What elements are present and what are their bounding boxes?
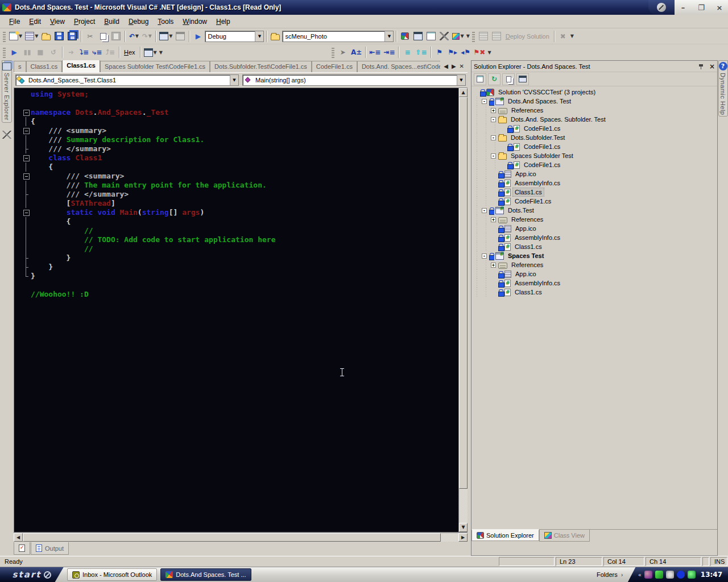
vertical-scroll-thumb[interactable] [459,97,468,489]
folders-toolbar[interactable]: Folders › [592,571,628,578]
find-combo[interactable]: scMenu_Photo ▼ [282,31,394,42]
vertical-scrollbar[interactable]: ▲ ▼ [458,88,468,532]
scroll-down-icon[interactable]: ▼ [459,523,468,532]
tree-item[interactable]: Class1.cs [473,288,717,297]
tree-item[interactable]: App.ico [473,169,717,178]
antivirus-tray-icon[interactable] [688,571,696,579]
outline-margin[interactable] [22,172,31,181]
restore-button[interactable]: ❐ [696,3,706,12]
media-tray-icon[interactable] [644,571,652,579]
solution-explorer-button[interactable] [399,30,411,43]
step-into-button[interactable]: ⤵≡ [78,46,90,59]
tree-item[interactable]: -Dots.And Spaces. Test [473,97,717,106]
tree-expander-icon[interactable]: + [491,217,496,222]
undo-button[interactable]: ↶▼ [127,30,140,43]
prev-bookmark-button[interactable]: ◂⚑ [460,46,472,59]
toolbar-grip[interactable] [472,31,475,42]
restart-button[interactable]: ↺ [47,46,60,59]
toolbar-overflow-icon[interactable]: ▼ [466,34,470,39]
properties-window-button[interactable] [412,30,424,43]
toggle-bookmark-button[interactable]: ⚑ [433,46,446,59]
notes-tray-icon[interactable] [655,571,663,579]
redo-button[interactable]: ↷▼ [140,30,153,43]
menu-project[interactable]: Project [69,16,100,27]
tree-item[interactable]: App.ico [473,224,717,233]
server-explorer-tab[interactable]: Server Explorer [2,60,12,123]
tree-item[interactable]: AssemblyInfo.cs [473,278,717,288]
bluetooth-tray-icon[interactable] [677,571,685,579]
tree-item[interactable]: +References [473,106,717,115]
class-view-button[interactable]: ▼ [451,30,465,43]
taskbar-task[interactable]: Dots.And Spaces. Test ... [160,568,251,581]
combo-dropdown-icon[interactable]: ▼ [230,75,238,85]
solution-config-combo[interactable]: Debug ▼ [205,31,264,42]
outline-margin[interactable] [22,126,31,135]
toolbox-button[interactable] [438,30,450,43]
open-file-button[interactable] [40,30,52,43]
horizontal-scroll-thumb[interactable] [23,533,441,542]
tree-item[interactable]: +References [473,260,717,269]
tree-item[interactable]: CodeFile1.cs [473,197,717,206]
navigate-forward-button[interactable] [174,30,187,43]
close-panel-icon[interactable]: × [709,63,715,70]
doc-tab[interactable]: CodeFile1.cs [312,61,357,72]
close-document-icon[interactable]: ✕ [460,63,464,69]
deploy-solution-button[interactable]: Deploy Solution [503,33,552,40]
tree-item[interactable]: -Spaces Subfolder Test [473,151,717,160]
increase-indent-button[interactable]: ⇥≡ [382,46,396,59]
scroll-right-icon[interactable]: ▶ [458,533,468,542]
scroll-up-icon[interactable]: ▲ [459,88,468,97]
menu-window[interactable]: Window [178,16,212,27]
tree-expander-icon[interactable]: + [491,263,496,268]
save-all-button[interactable] [66,30,78,43]
tree-item[interactable]: AssemblyInfo.cs [473,233,717,242]
hex-button[interactable]: Hex [122,49,138,56]
menu-help[interactable]: Help [212,16,235,27]
uncomment-button[interactable]: ⇧≡ [414,46,428,59]
tree-item[interactable]: CodeFile1.cs [473,124,717,133]
scroll-tabs-right-icon[interactable]: ▶ [452,63,456,69]
combo-dropdown-icon[interactable]: ▼ [384,31,393,41]
refresh-button[interactable]: ↻ [488,73,500,85]
outline-margin[interactable] [22,153,31,163]
decrease-indent-button[interactable]: ⇤≡ [368,46,382,59]
show-next-statement-button[interactable]: ➜ [65,46,77,59]
step-out-button[interactable]: ⤴≡ [104,46,117,59]
clear-bookmarks-button[interactable]: ⚑✖ [473,46,487,59]
menu-debug[interactable]: Debug [124,16,153,27]
collapse-tray-icon[interactable]: « [638,572,642,578]
build-solution-button[interactable] [490,30,503,43]
tree-item[interactable]: -Dots.And. Spaces. Subfolder. Test [473,115,717,124]
toolbox-strip-icon[interactable] [2,131,11,139]
minimize-button[interactable]: – [678,3,688,12]
comment-button[interactable]: ≡ [401,46,413,59]
scroll-tabs-left-icon[interactable]: ◀ [444,63,448,69]
toolbar-grip[interactable] [332,47,334,58]
task-list-tab[interactable] [14,542,30,555]
tree-item[interactable]: AssemblyInfo.cs [473,178,717,188]
panel-tab-solution-explorer[interactable]: Solution Explorer [471,529,539,541]
step-over-button[interactable]: ⤷≡ [91,46,104,59]
doc-tab[interactable]: Dots.And. Spaces...est\CodeFile1.cs [357,61,440,72]
toolbar-overflow-icon[interactable]: ▼ [487,50,491,55]
panel-tab-class-view[interactable]: Class View [539,530,590,542]
ruler-pointer-button[interactable]: ➤ [337,46,349,59]
menu-tools[interactable]: Tools [153,16,178,27]
build-button[interactable] [477,30,490,43]
toolbar-grip[interactable] [3,31,6,42]
next-bookmark-button[interactable]: ⚑▸ [446,46,459,59]
find-in-files-button[interactable] [269,30,282,43]
tree-expander-icon[interactable]: - [491,153,496,159]
toolbar-grip[interactable] [3,47,6,58]
taskbar-task[interactable]: Inbox - Microsoft Outlook [67,568,157,581]
tree-item[interactable]: Solution 'CVSSCCTest' (3 projects) [473,88,717,97]
members-dropdown[interactable]: Main(string[] args) ▼ [242,74,466,86]
outline-margin[interactable] [22,208,31,217]
menu-file[interactable]: File [5,16,24,27]
paste-button[interactable] [110,30,122,43]
start-debug-button[interactable]: ▶ [192,30,204,43]
menu-build[interactable]: Build [100,16,124,27]
tree-item[interactable]: Class1.cs [473,188,717,197]
tree-expander-icon[interactable]: - [491,135,496,140]
doc-tab[interactable]: Spaces Subfolder Test\CodeFile1.cs [100,61,210,72]
